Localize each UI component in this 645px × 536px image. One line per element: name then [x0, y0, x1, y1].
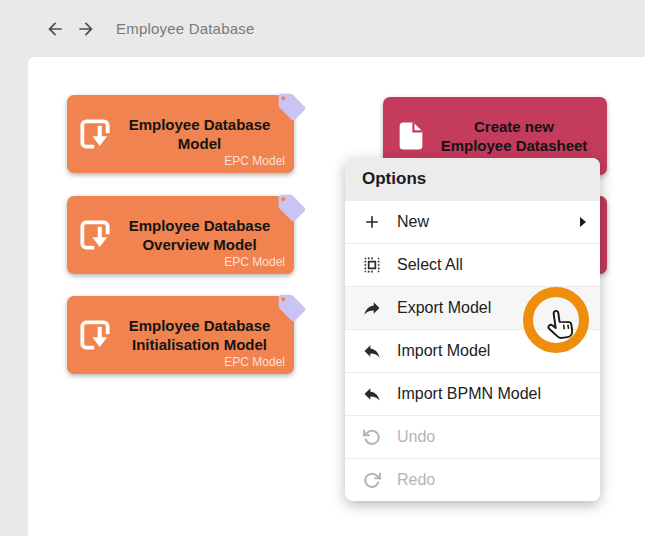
- export-arrow-icon: [361, 297, 383, 319]
- menu-item-label: Import BPMN Model: [397, 385, 586, 403]
- tag-icon: [276, 91, 308, 123]
- epc-model-icon: [67, 316, 123, 354]
- import-arrow-icon: [361, 383, 383, 405]
- menu-header: Options: [345, 158, 600, 200]
- import-arrow-icon: [361, 340, 383, 362]
- menu-item-label: Export Model: [397, 299, 586, 317]
- redo-icon: [361, 469, 383, 491]
- plus-icon: [361, 211, 383, 233]
- card-title: Employee Database Initialisation Model: [123, 316, 276, 354]
- tag-icon: [276, 292, 308, 324]
- card-type-label: EPC Model: [224, 355, 285, 369]
- undo-icon: [361, 426, 383, 448]
- breadcrumb: Employee Database: [116, 20, 254, 37]
- content-panel: Employee Database Model EPC Model Employ…: [28, 57, 645, 536]
- menu-item-label: Undo: [397, 428, 586, 446]
- menu-item-label: Redo: [397, 471, 586, 489]
- card-type-label: EPC Model: [224, 154, 285, 168]
- card-title: Employee Database Model: [123, 115, 276, 153]
- menu-item-label: Import Model: [397, 342, 586, 360]
- card-title: Employee Database Overview Model: [123, 216, 276, 254]
- submenu-caret-icon: [580, 217, 586, 227]
- header-bar: Employee Database: [0, 0, 645, 57]
- card-type-label: EPC Model: [224, 255, 285, 269]
- menu-item-import-model[interactable]: Import Model: [345, 329, 600, 372]
- menu-item-import-bpmn-model[interactable]: Import BPMN Model: [345, 372, 600, 415]
- forward-button[interactable]: [75, 18, 97, 40]
- model-card-employee-database-model[interactable]: Employee Database Model EPC Model: [67, 95, 294, 173]
- epc-model-icon: [67, 115, 123, 153]
- epc-model-icon: [67, 216, 123, 254]
- document-icon: [383, 119, 439, 153]
- arrow-left-icon: [45, 19, 65, 39]
- tag-icon: [276, 192, 308, 224]
- select-all-icon: [361, 254, 383, 276]
- menu-item-redo[interactable]: Redo: [345, 458, 600, 501]
- back-button[interactable]: [44, 18, 66, 40]
- menu-item-export-model[interactable]: Export Model: [345, 286, 600, 329]
- options-context-menu: Options New Select All Export Model Im: [345, 158, 600, 501]
- menu-item-label: New: [397, 213, 580, 231]
- card-title: Create new Employee Datasheet: [439, 117, 589, 155]
- model-card-employee-database-overview-model[interactable]: Employee Database Overview Model EPC Mod…: [67, 196, 294, 274]
- model-card-employee-database-initialisation-model[interactable]: Employee Database Initialisation Model E…: [67, 296, 294, 374]
- menu-item-undo[interactable]: Undo: [345, 415, 600, 458]
- menu-item-new[interactable]: New: [345, 200, 600, 243]
- arrow-right-icon: [76, 19, 96, 39]
- menu-item-label: Select All: [397, 256, 586, 274]
- menu-item-select-all[interactable]: Select All: [345, 243, 600, 286]
